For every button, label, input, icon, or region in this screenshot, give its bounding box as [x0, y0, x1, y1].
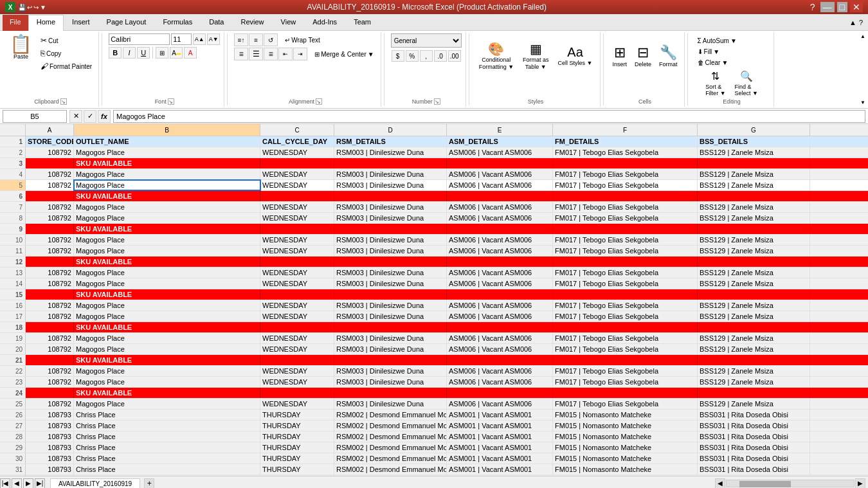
cell[interactable]	[553, 289, 698, 300]
cell[interactable]: FM017 | Tebogo Elias Sekgobela	[553, 180, 698, 190]
cell[interactable]	[553, 191, 698, 201]
cell[interactable]: THURSDAY	[260, 453, 334, 464]
formula-cancel-btn[interactable]: ✕	[69, 110, 82, 123]
cell[interactable]: WEDNESDAY	[260, 278, 334, 289]
cell[interactable]: ASM006 | Vacant ASM006	[447, 180, 553, 190]
cell[interactable]: ASM006 | Vacant ASM006	[447, 246, 553, 256]
sheet-tab-availability[interactable]: AVAILABILITY_20160919	[50, 478, 140, 489]
cell[interactable]: Magogos Place	[74, 180, 260, 190]
row-number[interactable]: 3	[0, 158, 26, 168]
cell[interactable]: ASM006 | Vacant ASM006	[447, 267, 553, 278]
cell[interactable]: Magogos Place	[74, 344, 260, 354]
row-number[interactable]: 31	[0, 464, 26, 474]
italic-button[interactable]: I	[123, 47, 136, 59]
cell[interactable]: BSS129 | Zanele Msiza	[698, 278, 810, 289]
cell[interactable]: FM017 | Tebogo Elias Sekgobela	[553, 344, 698, 354]
cell[interactable]: ASM001 | Vacant ASM001	[447, 453, 553, 464]
bold-button[interactable]: B	[109, 47, 122, 59]
decrease-decimal-btn[interactable]: .0	[434, 50, 447, 62]
cell[interactable]: Magogos Place	[74, 267, 260, 278]
cell[interactable]	[260, 191, 334, 201]
cell[interactable]	[334, 257, 447, 267]
cell[interactable]: BSS129 | Zanele Msiza	[698, 147, 810, 158]
cell[interactable]: ASM006 | Vacant ASM006	[447, 333, 553, 343]
cell[interactable]: ASM001	[447, 475, 553, 476]
cell[interactable]	[26, 224, 74, 234]
horizontal-scrollbar[interactable]	[726, 480, 854, 487]
cell[interactable]: ASM006 | Vacant ASM006	[447, 213, 553, 223]
cell[interactable]: FM017 | Tebogo Elias Sekgobela	[553, 147, 698, 158]
table-row[interactable]: 29108793Chriss PlaceTHURSDAYRSM002 | Des…	[0, 442, 868, 453]
redo-quick-btn[interactable]: ↪	[33, 4, 39, 11]
cell[interactable]	[447, 388, 553, 398]
cell[interactable]: WEDNESDAY	[260, 180, 334, 190]
cell[interactable]: Chriss Place	[74, 475, 260, 476]
minimize-btn[interactable]: —	[820, 2, 835, 12]
cell[interactable]	[334, 355, 447, 365]
cell[interactable]: ASM006 | Vacant ASM006	[447, 169, 553, 179]
cell[interactable]	[26, 257, 74, 267]
cell[interactable]: 108792	[26, 399, 74, 409]
percent-btn[interactable]: %	[406, 50, 419, 62]
tab-file[interactable]: File	[3, 15, 28, 31]
table-row[interactable]: 25108792Magogos PlaceWEDNESDAYRSM003 | D…	[0, 399, 868, 410]
number-expand[interactable]: ↘	[434, 98, 440, 105]
table-row[interactable]: 14108792Magogos PlaceWEDNESDAYRSM003 | D…	[0, 278, 868, 289]
cell[interactable]: WEDNESDAY	[260, 213, 334, 223]
cell[interactable]	[553, 388, 698, 398]
cell[interactable]: FM017 | Tebogo Elias Sekgobela	[553, 377, 698, 387]
cell[interactable]: WEDNESDAY	[260, 344, 334, 354]
cell[interactable]	[26, 191, 74, 201]
cell[interactable]: Magogos Place	[74, 202, 260, 212]
row-number[interactable]: 7	[0, 202, 26, 212]
cell[interactable]: THURSDAY	[260, 464, 334, 474]
row-number[interactable]: 25	[0, 399, 26, 409]
cell[interactable]: WEDNESDAY	[260, 267, 334, 278]
cell[interactable]: ASM006 | Vacant ASM006	[447, 300, 553, 311]
cell[interactable]: WEDNESDAY	[260, 399, 334, 409]
cell[interactable]: Magogos Place	[74, 147, 260, 158]
underline-button[interactable]: U	[137, 47, 150, 59]
cell[interactable]: ASM006 | Vacant ASM006	[447, 202, 553, 212]
cell[interactable]: ASM001 | Vacant ASM001	[447, 431, 553, 442]
name-box[interactable]	[3, 110, 67, 123]
cell[interactable]: RSM003 | Dinilesizwe Duna	[334, 213, 447, 223]
cell[interactable]	[447, 322, 553, 332]
table-row[interactable]: 31108793Chriss PlaceTHURSDAYRSM002 | Des…	[0, 464, 868, 475]
fill-color-button[interactable]: A▬	[170, 47, 183, 59]
cell[interactable]	[698, 322, 810, 332]
col-header-g[interactable]: G	[698, 124, 810, 136]
align-top-left-btn[interactable]: ≡↑	[234, 33, 248, 46]
cell[interactable]: 108792	[26, 377, 74, 387]
table-row[interactable]: 2108792Magogos PlaceWEDNESDAYRSM003 | Di…	[0, 147, 868, 158]
cell[interactable]	[260, 355, 334, 365]
table-row[interactable]: 17108792Magogos PlaceWEDNESDAYRSM003 | D…	[0, 311, 868, 322]
row-number[interactable]: 21	[0, 355, 26, 365]
table-row[interactable]: 24SKU AVAILABLE	[0, 388, 868, 399]
col-header-d[interactable]: D	[334, 124, 447, 136]
align-top-center-btn[interactable]: ≡	[249, 33, 263, 46]
cell[interactable]: SKU AVAILABLE	[74, 289, 260, 300]
cell[interactable]: Magogos Place	[74, 235, 260, 245]
cell[interactable]: RSM002 | Desmond Emmanuel Motlatle	[334, 453, 447, 464]
help-btn[interactable]: ?	[808, 2, 818, 12]
cell[interactable]: 108792	[26, 344, 74, 354]
cell[interactable]: Magogos Place	[74, 377, 260, 387]
cell[interactable]: Magogos Place	[74, 300, 260, 311]
cell[interactable]: Magogos Place	[74, 333, 260, 343]
cell[interactable]: SKU AVAILABLE	[74, 224, 260, 234]
cell[interactable]	[26, 388, 74, 398]
tab-page-layout[interactable]: Page Layout	[98, 15, 155, 31]
cell[interactable]: FM017 | Tebogo Elias Sekgobela	[553, 235, 698, 245]
cell[interactable]: SKU AVAILABLE	[74, 322, 260, 332]
table-row[interactable]: 9SKU AVAILABLE	[0, 224, 868, 235]
ribbon-scroll-down[interactable]: ▼	[860, 100, 865, 105]
cell[interactable]: 108793	[26, 431, 74, 442]
clipboard-expand[interactable]: ↘	[60, 98, 67, 105]
col-header-a[interactable]: A	[26, 124, 74, 136]
font-expand[interactable]: ↘	[168, 98, 174, 105]
cell[interactable]: ASM006 | Vacant ASM006	[447, 147, 553, 158]
cell[interactable]: BSS031 | Rita Doseda Obisi	[698, 464, 810, 474]
cell[interactable]: Chriss Place	[74, 420, 260, 431]
row-number[interactable]: 9	[0, 224, 26, 234]
